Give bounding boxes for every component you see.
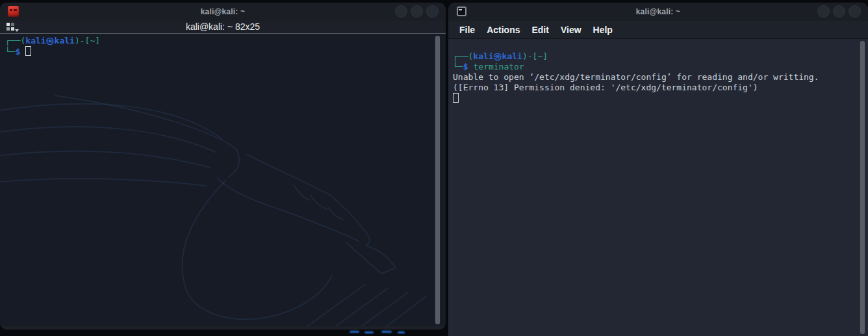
kali-dragon-watermark: [0, 34, 446, 326]
right-window-controls: [817, 5, 861, 18]
left-scrollbar-track[interactable]: [435, 36, 440, 324]
left-scrollbar-thumb[interactable]: [435, 36, 440, 324]
left-tab-bar: kali@kali: ~ 82x25: [0, 21, 446, 34]
error-line-1: Unable to open ‘/etc/xdg/terminator/conf…: [453, 72, 868, 83]
terminal-cursor: [25, 46, 31, 56]
tab-title[interactable]: kali@kali: ~ 82x25: [0, 21, 446, 33]
close-button[interactable]: [849, 5, 861, 18]
menu-help[interactable]: Help: [592, 25, 614, 35]
prompt-line-1: ┌──(kali㉿kali)-[~]: [453, 51, 868, 62]
menu-file[interactable]: File: [458, 25, 476, 35]
menu-actions[interactable]: Actions: [485, 25, 521, 35]
left-window-controls: [395, 5, 439, 18]
prompt-line-2: └─$terminator: [453, 62, 868, 72]
minimize-button[interactable]: [817, 5, 830, 18]
wallpaper-glint: [398, 331, 405, 333]
right-terminal-area[interactable]: ┌──(kali㉿kali)-[~] └─$terminator Unable …: [448, 39, 868, 336]
maximize-button[interactable]: [833, 5, 845, 18]
prompt-line-1: ┌──(kali㉿kali)-[~]: [5, 36, 446, 46]
right-terminal-window: kali@kali: ~ File Actions Edit View Help…: [448, 3, 868, 336]
close-button[interactable]: [426, 5, 439, 18]
cursor-line: [453, 93, 868, 104]
right-terminal-text: ┌──(kali㉿kali)-[~] └─$terminator Unable …: [448, 39, 868, 104]
left-window-titlebar[interactable]: kali@kali: ~: [0, 3, 446, 21]
error-line-2: ([Errno 13] Permission denied: '/etc/xdg…: [453, 83, 868, 93]
menu-bar: File Actions Edit View Help: [448, 21, 868, 39]
terminal-cursor: [453, 93, 459, 103]
right-scrollbar-track[interactable]: [860, 41, 865, 334]
maximize-button[interactable]: [411, 5, 423, 18]
prompt-line-2: └─$: [5, 46, 446, 57]
left-window-title: kali@kali: ~: [0, 3, 446, 21]
right-scrollbar-thumb[interactable]: [860, 41, 865, 334]
right-window-title: kali@kali: ~: [448, 3, 868, 21]
minimize-button[interactable]: [395, 5, 407, 18]
wallpaper-glint: [350, 331, 359, 333]
left-terminal-window: kali@kali: ~ kali@kali: ~ 82x25: [0, 3, 446, 330]
wallpaper-glint: [364, 331, 374, 333]
right-window-titlebar[interactable]: kali@kali: ~: [448, 3, 868, 21]
left-terminal-text: ┌──(kali㉿kali)-[~] └─$: [0, 34, 446, 57]
wallpaper-glint: [381, 331, 392, 333]
command-text: terminator: [473, 62, 524, 71]
menu-view[interactable]: View: [559, 25, 583, 35]
left-terminal-area[interactable]: ┌──(kali㉿kali)-[~] └─$: [0, 34, 446, 326]
menu-edit[interactable]: Edit: [530, 25, 550, 35]
